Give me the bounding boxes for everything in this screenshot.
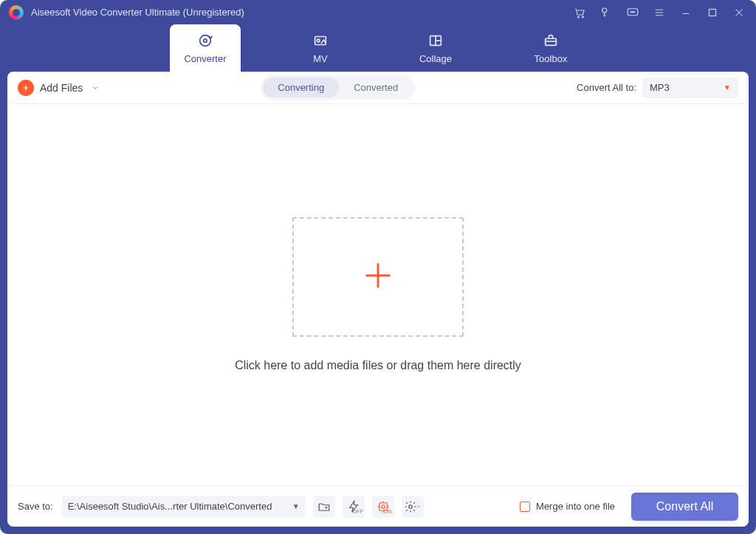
settings-button[interactable] (402, 496, 424, 518)
svg-point-6 (634, 11, 635, 12)
svg-rect-11 (709, 9, 716, 16)
convert-all-button[interactable]: Convert All (631, 493, 738, 521)
tab-converter[interactable]: Converter (170, 24, 241, 72)
add-media-dropzone[interactable] (292, 217, 464, 337)
high-speed-toggle[interactable]: OFF (343, 496, 365, 518)
dropzone-hint: Click here to add media files or drag th… (235, 359, 521, 372)
svg-point-5 (632, 11, 633, 12)
status-segment: Converting Converted (261, 75, 415, 100)
merge-checkbox[interactable]: Merge into one file (520, 501, 615, 512)
svg-point-1 (583, 16, 584, 18)
add-files-button[interactable]: Add Files (18, 80, 99, 96)
high-speed-state: OFF (353, 509, 363, 514)
chevron-down-icon[interactable] (92, 81, 99, 95)
open-folder-button[interactable] (313, 496, 335, 518)
feedback-icon[interactable] (626, 6, 639, 19)
gpu-accel-state: ON (383, 509, 391, 514)
close-icon[interactable] (732, 6, 746, 19)
save-to-label: Save to: (18, 501, 53, 512)
app-logo-icon (9, 5, 24, 20)
svg-point-2 (602, 8, 607, 13)
dropdown-triangle-icon: ▼ (724, 83, 731, 92)
svg-point-34 (408, 504, 412, 508)
save-path-select[interactable]: E:\Aiseesoft Studio\Ais...rter Ultimate\… (62, 496, 306, 518)
segment-converting[interactable]: Converting (263, 78, 339, 97)
svg-point-0 (578, 16, 580, 18)
app-title: Aiseesoft Video Converter Ultimate (Unre… (31, 7, 244, 18)
minimize-icon[interactable] (679, 6, 693, 19)
convert-all-to-label: Convert All to: (577, 82, 636, 93)
gpu-accel-toggle[interactable]: ON (372, 496, 394, 518)
maximize-icon[interactable] (706, 6, 719, 19)
save-path-value: E:\Aiseesoft Studio\Ais...rter Ultimate\… (68, 501, 272, 512)
tab-collage-label: Collage (419, 53, 452, 64)
tab-toolbox[interactable]: Toolbox (515, 24, 586, 72)
tab-mv[interactable]: MV (285, 24, 356, 72)
svg-rect-21 (546, 38, 557, 45)
chevron-down-icon: ▼ (292, 502, 300, 510)
menu-icon[interactable] (653, 6, 666, 19)
svg-point-17 (317, 39, 320, 42)
tab-converter-label: Converter (184, 53, 226, 64)
output-format-select[interactable]: MP3 ▼ (642, 78, 738, 98)
merge-label: Merge into one file (536, 501, 615, 512)
tab-collage[interactable]: Collage (400, 24, 471, 72)
output-format-value: MP3 (650, 82, 670, 93)
svg-point-29 (381, 504, 385, 508)
key-icon[interactable] (599, 6, 613, 19)
segment-converted[interactable]: Converted (339, 78, 413, 97)
tab-toolbox-label: Toolbox (535, 53, 568, 64)
tab-mv-label: MV (313, 53, 328, 64)
svg-point-15 (204, 38, 207, 42)
add-files-label: Add Files (40, 82, 83, 94)
checkbox-icon (520, 502, 530, 512)
svg-point-4 (630, 11, 631, 12)
plus-circle-icon (18, 80, 34, 96)
big-plus-icon (362, 259, 394, 295)
cart-icon[interactable] (573, 6, 586, 19)
